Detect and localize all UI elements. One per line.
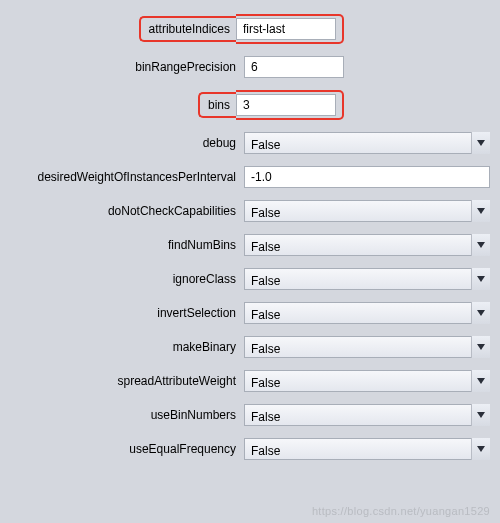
select-value: False — [251, 308, 280, 322]
spreadAttributeWeight-select[interactable]: False — [244, 370, 490, 392]
select-value: False — [251, 444, 280, 458]
option-row-invertSelection: invertSelectionFalse — [8, 302, 490, 324]
option-row-attributeIndices: attributeIndices — [8, 14, 490, 44]
option-label: invertSelection — [8, 306, 244, 320]
option-label: debug — [8, 136, 244, 150]
option-row-findNumBins: findNumBinsFalse — [8, 234, 490, 256]
option-row-doNotCheckCapabilities: doNotCheckCapabilitiesFalse — [8, 200, 490, 222]
select-value: False — [251, 240, 280, 254]
select-value: False — [251, 206, 280, 220]
option-label: makeBinary — [8, 340, 244, 354]
option-row-useEqualFrequency: useEqualFrequencyFalse — [8, 438, 490, 460]
option-row-debug: debugFalse — [8, 132, 490, 154]
option-row-binRangePrecision: binRangePrecision — [8, 56, 490, 78]
option-row-makeBinary: makeBinaryFalse — [8, 336, 490, 358]
option-label: ignoreClass — [8, 272, 244, 286]
option-row-ignoreClass: ignoreClassFalse — [8, 268, 490, 290]
option-label: binRangePrecision — [8, 60, 244, 74]
bins-input[interactable] — [236, 94, 336, 116]
options-panel: attributeIndicesbinRangePrecisionbinsdeb… — [0, 0, 500, 482]
findNumBins-select[interactable]: False — [244, 234, 490, 256]
option-label: useEqualFrequency — [8, 442, 244, 456]
binRangePrecision-input[interactable] — [244, 56, 344, 78]
option-label: spreadAttributeWeight — [8, 374, 244, 388]
ignoreClass-select[interactable]: False — [244, 268, 490, 290]
option-label: findNumBins — [8, 238, 244, 252]
option-row-bins: bins — [8, 90, 490, 120]
option-label: useBinNumbers — [8, 408, 244, 422]
option-label: attributeIndices — [143, 20, 236, 38]
useBinNumbers-select[interactable]: False — [244, 404, 490, 426]
makeBinary-select[interactable]: False — [244, 336, 490, 358]
useEqualFrequency-select[interactable]: False — [244, 438, 490, 460]
option-row-desiredWeightOfInstancesPerInterval: desiredWeightOfInstancesPerInterval — [8, 166, 490, 188]
select-value: False — [251, 274, 280, 288]
select-value: False — [251, 342, 280, 356]
option-row-spreadAttributeWeight: spreadAttributeWeightFalse — [8, 370, 490, 392]
select-value: False — [251, 410, 280, 424]
debug-select[interactable]: False — [244, 132, 490, 154]
option-label: desiredWeightOfInstancesPerInterval — [8, 170, 244, 184]
desiredWeightOfInstancesPerInterval-input[interactable] — [244, 166, 490, 188]
option-label: doNotCheckCapabilities — [8, 204, 244, 218]
select-value: False — [251, 138, 280, 152]
attributeIndices-input[interactable] — [236, 18, 336, 40]
select-value: False — [251, 376, 280, 390]
doNotCheckCapabilities-select[interactable]: False — [244, 200, 490, 222]
watermark-text: https://blog.csdn.net/yuangan1529 — [312, 505, 490, 517]
option-label: bins — [202, 96, 236, 114]
option-row-useBinNumbers: useBinNumbersFalse — [8, 404, 490, 426]
invertSelection-select[interactable]: False — [244, 302, 490, 324]
